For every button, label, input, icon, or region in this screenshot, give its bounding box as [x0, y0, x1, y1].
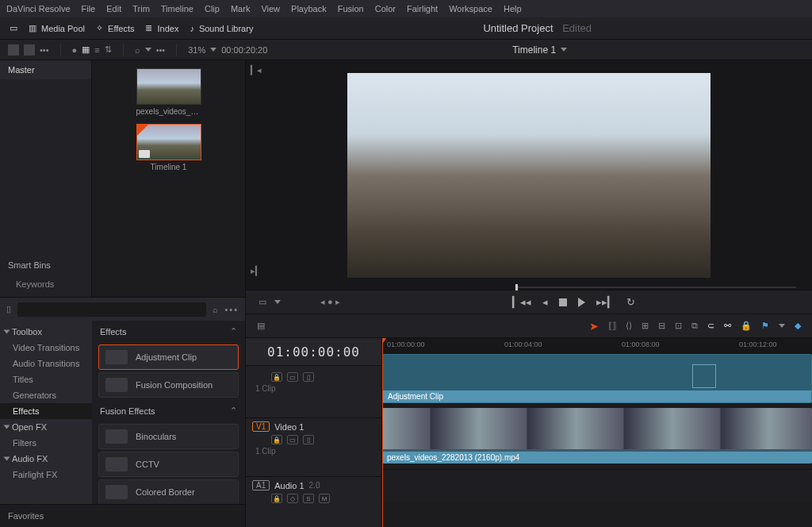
- go-to-start-button[interactable]: ▎◂◂: [512, 296, 531, 308]
- audio-track-lane[interactable]: [382, 469, 812, 501]
- playhead[interactable]: [382, 338, 383, 527]
- crop-icon[interactable]: ▭: [259, 297, 266, 307]
- mute-icon[interactable]: ▯: [303, 435, 314, 444]
- tree-effects[interactable]: Effects: [0, 403, 92, 419]
- menu-item[interactable]: Playback: [291, 4, 327, 13]
- step-forward-button[interactable]: ▸▸▎: [596, 296, 615, 308]
- disable-icon[interactable]: ▭: [287, 435, 298, 444]
- index-button[interactable]: ≣ Index: [145, 23, 178, 33]
- play-button[interactable]: [578, 298, 585, 307]
- import-icon[interactable]: [8, 44, 19, 56]
- record-icon[interactable]: ●: [72, 45, 78, 55]
- lock-icon[interactable]: 🔒: [271, 494, 282, 503]
- zoom-percent[interactable]: 31%: [188, 45, 205, 55]
- effects-search-input[interactable]: [17, 302, 206, 317]
- menu-item[interactable]: Edit: [106, 4, 121, 13]
- smart-bin-keywords[interactable]: Keywords: [0, 275, 91, 294]
- menu-item[interactable]: File: [82, 4, 96, 13]
- marker-icon[interactable]: ◆: [795, 321, 801, 331]
- snapping-icon[interactable]: ⊂: [707, 321, 714, 331]
- chevron-down-icon[interactable]: [561, 48, 567, 52]
- tree-fairlight-fx[interactable]: Fairlight FX: [0, 467, 92, 483]
- search-icon[interactable]: ⌕: [213, 305, 218, 314]
- search-icon[interactable]: ⌕: [135, 45, 140, 55]
- sync-icon[interactable]: [24, 44, 35, 56]
- lock-icon[interactable]: 🔒: [741, 321, 752, 331]
- step-back-button[interactable]: ◂: [542, 296, 548, 308]
- tree-toolbox[interactable]: Toolbox: [0, 324, 92, 340]
- insert-icon[interactable]: ⊞: [642, 321, 649, 331]
- menu-item[interactable]: Fairlight: [407, 4, 438, 13]
- chevron-down-icon[interactable]: [210, 48, 216, 52]
- tree-titles[interactable]: Titles: [0, 371, 92, 387]
- disable-icon[interactable]: ◇: [287, 494, 298, 503]
- stop-button[interactable]: [559, 298, 567, 306]
- skip-end-icon[interactable]: ▸▎: [251, 266, 265, 280]
- clip-video[interactable]: pexels_videos_2282013 (2160p).mp4: [382, 408, 812, 464]
- tree-audiofx[interactable]: Audio FX: [0, 451, 92, 467]
- media-pool-button[interactable]: ▥ Media Pool: [29, 23, 85, 33]
- track-badge[interactable]: A1: [252, 480, 270, 490]
- selection-tool-icon[interactable]: ➤: [589, 320, 599, 333]
- mute-icon[interactable]: ▯: [303, 372, 314, 382]
- ripple-icon[interactable]: ⧉: [691, 321, 698, 331]
- tree-video-transitions[interactable]: Video Transitions: [0, 340, 92, 356]
- mute-icon[interactable]: M: [319, 494, 330, 503]
- menu-item[interactable]: Timeline: [161, 4, 193, 13]
- favorites-section[interactable]: Favorites: [0, 504, 245, 527]
- disable-icon[interactable]: ▭: [287, 372, 298, 382]
- grid-view-icon[interactable]: ▦: [82, 44, 90, 55]
- chevron-down-icon[interactable]: [274, 300, 281, 304]
- loop-button[interactable]: ↻: [626, 296, 635, 308]
- clip-adjustment[interactable]: Adjustment Clip: [382, 354, 812, 403]
- collapse-icon[interactable]: ⌃: [230, 406, 237, 416]
- timeline-thumbnail[interactable]: Timeline 1: [136, 124, 201, 171]
- timeline-ruler[interactable]: 01:00:00:00 01:00:04:00 01:00:08:00 01:0…: [382, 338, 812, 354]
- menu-item[interactable]: DaVinci Resolve: [6, 4, 71, 13]
- more-icon[interactable]: •••: [40, 45, 49, 55]
- effect-adjustment-clip[interactable]: Adjustment Clip: [98, 344, 239, 370]
- viewer-scrubber[interactable]: [515, 287, 796, 288]
- blade-tool-icon[interactable]: ⟨⟩: [626, 321, 632, 331]
- menu-item[interactable]: Mark: [231, 4, 250, 13]
- master-bin[interactable]: Master: [0, 60, 91, 79]
- menu-item[interactable]: Color: [375, 4, 396, 13]
- menu-item[interactable]: Trim: [132, 4, 150, 13]
- menu-item[interactable]: Help: [504, 4, 522, 13]
- replace-icon[interactable]: ⊡: [675, 321, 682, 331]
- skip-start-icon[interactable]: ▎◂: [251, 65, 265, 79]
- layout-icon[interactable]: ▭: [10, 23, 17, 33]
- tree-generators[interactable]: Generators: [0, 387, 92, 403]
- media-thumbnail[interactable]: pexels_videos_22...: [136, 68, 201, 116]
- trim-tool-icon[interactable]: ⟦⟧: [608, 321, 616, 331]
- effects-button[interactable]: ✧ Effects: [96, 23, 134, 33]
- list-view-icon[interactable]: ≡: [94, 45, 99, 55]
- timeline-view-icon[interactable]: ▤: [257, 321, 265, 331]
- prev-marker-icon[interactable]: ◂ ● ▸: [320, 297, 340, 307]
- chevron-down-icon[interactable]: [779, 324, 785, 328]
- track-badge[interactable]: V1: [252, 421, 270, 432]
- menu-item[interactable]: View: [261, 4, 280, 13]
- lock-icon[interactable]: 🔒: [271, 372, 282, 382]
- effect-colored-border[interactable]: Colored Border: [98, 479, 239, 504]
- tree-filters[interactable]: Filters: [0, 435, 92, 451]
- chevron-down-icon[interactable]: [145, 48, 151, 52]
- timeline-name[interactable]: Timeline 1: [512, 44, 556, 56]
- viewer-frame[interactable]: [347, 73, 710, 278]
- timeline-tracks[interactable]: 01:00:00:00 01:00:04:00 01:00:08:00 01:0…: [382, 338, 812, 527]
- menu-item[interactable]: Workspace: [449, 4, 492, 13]
- sound-library-button[interactable]: ♪ Sound Library: [190, 24, 253, 33]
- sort-icon[interactable]: ⇅: [105, 44, 112, 55]
- tree-audio-transitions[interactable]: Audio Transitions: [0, 356, 92, 371]
- tree-openfx[interactable]: Open FX: [0, 419, 92, 435]
- scrubber-handle[interactable]: [515, 284, 518, 290]
- flag-icon[interactable]: ⚑: [761, 321, 769, 331]
- solo-icon[interactable]: S: [303, 494, 314, 503]
- more-icon[interactable]: •••: [156, 45, 166, 55]
- link-icon[interactable]: ⚯: [724, 321, 731, 331]
- more-icon[interactable]: •••: [224, 305, 239, 314]
- effect-cctv[interactable]: CCTV: [98, 452, 239, 477]
- effect-fusion-composition[interactable]: Fusion Composition: [98, 372, 239, 398]
- panel-toggle-icon[interactable]: ▯: [6, 304, 11, 314]
- menu-item[interactable]: Fusion: [338, 4, 364, 13]
